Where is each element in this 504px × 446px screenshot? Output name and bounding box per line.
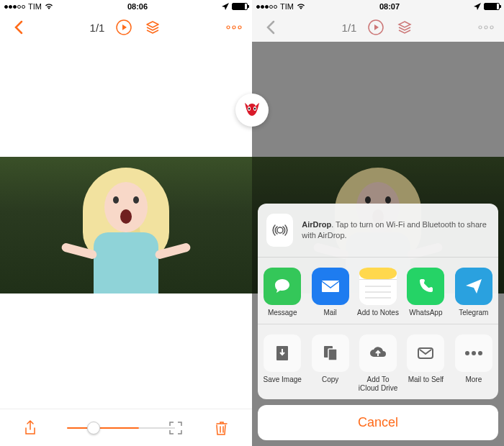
location-icon [474,3,481,10]
share-action-add-to-icloud-drive[interactable]: Add To iCloud Drive [356,334,400,392]
svg-rect-12 [359,279,397,280]
svg-point-3 [238,26,241,29]
action-label: Add To iCloud Drive [356,376,400,392]
nav-bar: 1/1 [0,13,252,42]
left-screen: TIM 08:06 1/1 [0,0,252,446]
more-button[interactable] [225,18,243,37]
bottom-toolbar [0,409,252,446]
svg-rect-11 [359,268,397,279]
share-app-telegram[interactable]: Telegram [452,268,495,317]
share-action-mail-to-self[interactable]: Mail to Self [404,334,447,392]
share-app-mail[interactable]: Mail [308,268,351,317]
action-label: Mail to Self [404,376,447,384]
share-apps-row[interactable]: MessageMailAdd to NotesWhatsAppTelegram [258,258,498,324]
delete-button[interactable] [212,419,231,437]
page-count: 1/1 [342,22,357,34]
share-app-add-to-notes[interactable]: Add to Notes [356,268,400,317]
zoom-slider[interactable] [67,427,139,429]
wifi-icon [297,3,305,10]
share-actions-row[interactable]: Save ImageCopyAdd To iCloud DriveMail to… [258,324,498,399]
carrier-label: TIM [28,2,42,11]
app-icon [312,268,349,305]
action-label: Save Image [261,376,304,384]
battery-icon [484,3,500,10]
svg-point-20 [465,351,469,355]
app-label: WhatsApp [404,309,447,317]
svg-point-6 [485,26,487,29]
action-icon [455,334,492,372]
play-button[interactable] [114,18,133,37]
app-icon [359,268,397,305]
svg-rect-18 [328,349,337,360]
svg-point-8 [277,227,283,233]
action-icon [359,334,397,372]
svg-rect-9 [322,281,339,292]
app-label: Add to Notes [356,309,400,317]
play-button [366,18,385,37]
signal-icon [4,5,25,9]
status-bar: TIM 08:07 [252,0,504,13]
share-action-copy[interactable]: Copy [308,334,351,392]
video-content[interactable] [0,42,252,409]
airdrop-text: AirDrop. Tap to turn on Wi-Fi and Blueto… [302,219,490,240]
back-button[interactable] [9,18,27,37]
svg-point-5 [479,26,482,29]
svg-point-21 [472,351,476,355]
layers-button[interactable] [143,18,162,37]
app-label: Mail [308,309,351,317]
wifi-icon [45,3,53,10]
airdrop-icon [266,214,293,247]
carrier-label: TIM [280,2,294,11]
action-icon [312,334,349,372]
location-icon [222,3,229,10]
svg-point-7 [490,26,493,29]
airdrop-row[interactable]: AirDrop. Tap to turn on Wi-Fi and Blueto… [258,204,498,258]
nav-bar: 1/1 [252,13,504,42]
app-label: Telegram [452,309,495,317]
cancel-button[interactable]: Cancel [258,405,498,440]
share-app-message[interactable]: Message [261,268,304,317]
action-label: More [452,376,495,384]
svg-point-26 [254,108,256,110]
back-button [261,18,279,37]
svg-point-22 [478,351,482,355]
signal-icon [256,5,277,9]
page-count: 1/1 [90,22,105,34]
clock-label: 08:07 [379,2,400,11]
battery-icon [232,3,248,10]
more-button [477,18,495,37]
share-action-more[interactable]: More [452,334,495,392]
app-icon [264,268,301,305]
svg-point-2 [233,26,235,29]
share-button[interactable] [21,419,40,437]
action-icon [407,334,444,372]
action-icon [264,334,301,372]
status-bar: TIM 08:06 [0,0,252,13]
right-screen: TIM 08:07 1/1 [252,0,504,446]
share-app-whatsapp[interactable]: WhatsApp [404,268,447,317]
svg-point-25 [248,108,250,110]
app-icon [407,268,444,305]
clock-label: 08:06 [127,2,148,11]
app-icon [455,268,492,305]
svg-point-1 [227,26,230,29]
watermark-badge [235,94,269,127]
layers-button [395,18,414,37]
video-frame [0,157,252,293]
action-label: Copy [308,376,351,384]
share-action-save-image[interactable]: Save Image [261,334,304,392]
app-label: Message [261,309,304,317]
share-sheet: AirDrop. Tap to turn on Wi-Fi and Blueto… [258,204,498,447]
